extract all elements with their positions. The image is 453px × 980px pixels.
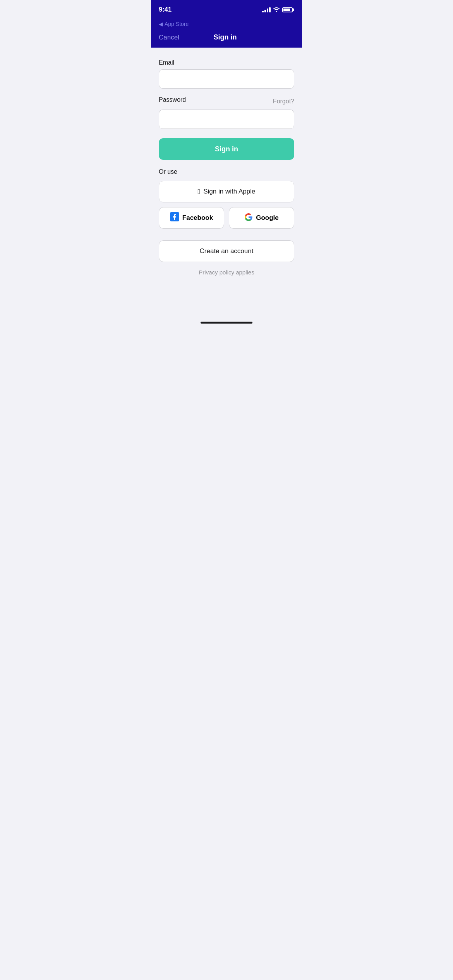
- google-icon: [244, 213, 253, 223]
- email-input[interactable]: [159, 69, 294, 89]
- back-arrow-icon: ◀: [159, 21, 163, 27]
- main-content: Email Password Forgot? Sign in Or use  …: [151, 48, 302, 291]
- status-time: 9:41: [159, 6, 172, 14]
- privacy-policy-text: Privacy policy applies: [159, 269, 294, 276]
- home-indicator: [201, 322, 252, 324]
- signin-button[interactable]: Sign in: [159, 138, 294, 160]
- create-account-button[interactable]: Create an account: [159, 240, 294, 262]
- password-field-group: Password Forgot?: [159, 96, 294, 137]
- facebook-icon: [170, 212, 179, 224]
- apple-signin-label: Sign in with Apple: [203, 188, 255, 195]
- signal-icon: [262, 7, 271, 12]
- password-label: Password: [159, 96, 186, 103]
- back-label: App Store: [165, 21, 189, 27]
- battery-icon: [282, 7, 294, 12]
- email-field-group: Email: [159, 59, 294, 96]
- email-label: Email: [159, 59, 294, 66]
- google-signin-button[interactable]: Google: [229, 207, 294, 229]
- facebook-label: Facebook: [182, 214, 213, 222]
- social-buttons-row: Facebook Google: [159, 207, 294, 229]
- status-icons: [262, 7, 294, 13]
- or-use-label: Or use: [159, 168, 294, 175]
- apple-signin-button[interactable]:  Sign in with Apple: [159, 181, 294, 202]
- facebook-signin-button[interactable]: Facebook: [159, 207, 224, 229]
- cancel-button[interactable]: Cancel: [159, 34, 179, 41]
- password-label-row: Password Forgot?: [159, 96, 294, 106]
- nav-bar: Cancel Sign in: [151, 30, 302, 48]
- password-input[interactable]: [159, 110, 294, 129]
- app-store-back[interactable]: ◀ App Store: [151, 19, 302, 30]
- wifi-icon: [273, 7, 280, 13]
- google-label: Google: [256, 214, 279, 222]
- apple-icon: : [198, 188, 201, 196]
- page-title: Sign in: [213, 33, 237, 41]
- status-bar: 9:41: [151, 0, 302, 19]
- forgot-link[interactable]: Forgot?: [273, 98, 294, 105]
